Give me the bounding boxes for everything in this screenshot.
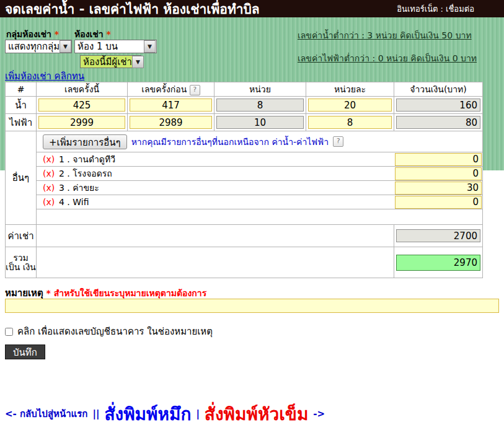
back-home-link[interactable]: <- กลับไปสู่หน้าแรก bbox=[5, 406, 87, 421]
other-item-amount-input[interactable] bbox=[395, 167, 482, 180]
separator: | bbox=[196, 408, 199, 419]
electric-units-field bbox=[216, 116, 304, 129]
arrow-text: -> bbox=[313, 408, 325, 419]
empty-cell bbox=[37, 225, 394, 247]
checkbox-label: คลิก เพื่อแสดงเลขบัญชีธนาคาร ในช่องหมายเ… bbox=[17, 324, 213, 339]
group-select[interactable]: แสดงทุกกลุ่ม ▼ bbox=[5, 40, 72, 53]
total-row-label: รวม เป็น เงิน bbox=[6, 247, 37, 278]
app-header: จดเลขค่าน้ำ - เลขค่าไฟฟ้า ห้องเช่าเพื่อท… bbox=[0, 0, 504, 17]
remove-item-link[interactable]: (x) bbox=[43, 197, 59, 207]
water-amount-field bbox=[396, 99, 480, 112]
other-item-amount-input[interactable] bbox=[395, 182, 482, 195]
print-ink-link[interactable]: สั่งพิมพ์หมึก bbox=[104, 400, 191, 428]
water-current-input[interactable] bbox=[38, 99, 125, 112]
chevron-down-icon: ▼ bbox=[144, 40, 156, 53]
total-row: รวม เป็น เงิน bbox=[6, 247, 483, 278]
electric-per-unit-input[interactable] bbox=[308, 116, 392, 129]
other-item-name: 3 . ค่าขยะ bbox=[59, 181, 395, 195]
water-rate-info-link[interactable]: เลขค่าน้ำต่ำกว่า : 3 หน่วย คิดเป็นเงิน 5… bbox=[298, 29, 496, 42]
required-asterisk: * bbox=[107, 29, 111, 39]
other-item-row: (x) 2 . โรงจอดรถ bbox=[37, 167, 482, 181]
add-other-item-button[interactable]: +เพิ่มรายการอื่นๆ bbox=[43, 134, 127, 149]
water-per-unit-input[interactable] bbox=[308, 99, 392, 112]
page: จดเลขค่าน้ำ - เลขค่าไฟฟ้า ห้องเช่าเพื่อท… bbox=[0, 0, 504, 430]
col-per-unit: หน่วยละ bbox=[306, 82, 394, 97]
other-item-amount-input[interactable] bbox=[395, 196, 482, 209]
other-item-name: 1 . จานดำดูทีวี bbox=[59, 152, 395, 166]
print-dot-matrix-link[interactable]: สั่งพิมพ์หัวเข็ม bbox=[205, 400, 308, 428]
others-row-label: อื่นๆ bbox=[6, 131, 37, 225]
electric-amount-field bbox=[396, 116, 480, 129]
electric-row: ไฟฟ้า bbox=[6, 114, 483, 131]
rent-row-label: ค่าเช่า bbox=[6, 225, 37, 247]
room-select[interactable]: ห้อง 1 บน ▼ bbox=[74, 40, 157, 53]
other-item-name: 2 . โรงจอดรถ bbox=[59, 167, 395, 180]
page-title: จดเลขค่าน้ำ - เลขค่าไฟฟ้า ห้องเช่าเพื่อท… bbox=[5, 0, 260, 19]
group-select-value: แสดงทุกกลุ่ม bbox=[8, 39, 60, 54]
col-previous: เลขครั้งก่อน ? bbox=[128, 82, 214, 97]
occupied-select-value: ห้องนี้มีผู้เช่า bbox=[83, 55, 132, 69]
electric-rate-info-link[interactable]: เลขค่าไฟฟ้าต่ำกว่า : 0 หน่วย คิดเป็นเงิน… bbox=[298, 51, 496, 65]
other-item-row: (x) 4 . Wifi bbox=[37, 195, 482, 209]
footer-links: <- กลับไปสู่หน้าแรก || สั่งพิมพ์หมึก | ส… bbox=[5, 401, 325, 426]
show-bank-account-checkbox[interactable] bbox=[5, 328, 13, 336]
add-other-hint: หากคุณมีรายการอื่นๆที่นอกเหนือจาก ค่าน้ำ… bbox=[131, 135, 329, 149]
bank-account-checkbox-row: คลิก เพื่อแสดงเลขบัญชีธนาคาร ในช่องหมายเ… bbox=[5, 324, 213, 339]
total-amount-field bbox=[396, 255, 480, 271]
save-button[interactable]: บันทึก bbox=[5, 344, 45, 359]
table-header-row: # เลขครั้งนี้ เลขครั้งก่อน ? หน่วย หน่วย… bbox=[6, 82, 483, 97]
chevron-down-icon: ▼ bbox=[60, 40, 71, 53]
occupied-select[interactable]: ห้องนี้มีผู้เช่า ▼ bbox=[80, 55, 141, 68]
col-units: หน่วย bbox=[214, 82, 306, 97]
room-select-value: ห้อง 1 บน bbox=[77, 39, 118, 54]
notes-input[interactable] bbox=[5, 299, 499, 313]
remove-item-link[interactable]: (x) bbox=[43, 154, 59, 164]
internet-status: อินเทอร์เน็ต : เชื่อมต่อ bbox=[397, 2, 474, 15]
other-item-row: (x) 3 . ค่าขยะ bbox=[37, 181, 482, 195]
water-units-field bbox=[216, 99, 304, 112]
empty-cell bbox=[37, 247, 394, 278]
col-amount: จำวนเงิน(บาท) bbox=[394, 82, 483, 97]
col-hash: # bbox=[6, 82, 37, 97]
electric-previous-input[interactable] bbox=[130, 116, 212, 129]
rent-row: ค่าเช่า bbox=[6, 225, 483, 247]
billing-table: # เลขครั้งนี้ เลขครั้งก่อน ? หน่วย หน่วย… bbox=[5, 82, 483, 278]
chevron-down-icon: ▼ bbox=[132, 56, 144, 68]
other-item-amount-input[interactable] bbox=[395, 153, 482, 166]
required-asterisk: * bbox=[55, 29, 59, 39]
remove-item-link[interactable]: (x) bbox=[43, 183, 59, 193]
electric-row-label: ไฟฟ้า bbox=[6, 114, 37, 131]
water-previous-input[interactable] bbox=[130, 99, 212, 112]
spacer bbox=[37, 209, 482, 224]
help-icon[interactable]: ? bbox=[190, 85, 200, 95]
other-item-row: (x) 1 . จานดำดูทีวี bbox=[37, 152, 482, 167]
col-current: เลขครั้งนี้ bbox=[37, 82, 128, 97]
notes-hint: * สำหรับใช้เขียนระบุหมายเหตุตามต้องการ bbox=[46, 288, 207, 298]
help-icon[interactable]: ? bbox=[333, 136, 343, 147]
water-row-label: น้ำ bbox=[6, 97, 37, 114]
add-other-row: +เพิ่มรายการอื่นๆ หากคุณมีรายการอื่นๆที่… bbox=[37, 131, 482, 152]
water-row: น้ำ bbox=[6, 97, 483, 114]
remove-item-link[interactable]: (x) bbox=[43, 169, 59, 178]
separator: || bbox=[92, 408, 99, 419]
others-row: อื่นๆ +เพิ่มรายการอื่นๆ หากคุณมีรายการอื… bbox=[6, 131, 483, 225]
rate-info: เลขค่าน้ำต่ำกว่า : 3 หน่วย คิดเป็นเงิน 5… bbox=[298, 29, 496, 74]
other-item-name: 4 . Wifi bbox=[59, 197, 395, 207]
electric-current-input[interactable] bbox=[38, 116, 125, 129]
rent-amount-field bbox=[396, 229, 480, 242]
